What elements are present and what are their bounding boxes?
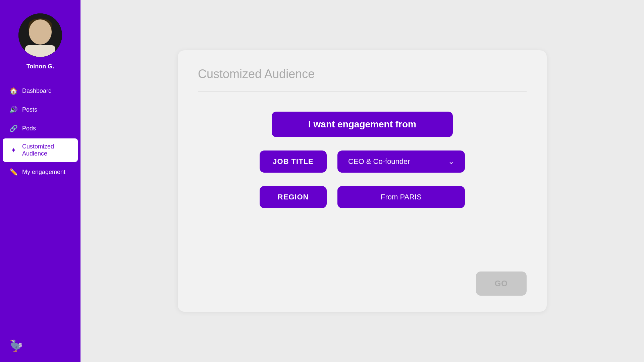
user-name: Toinon G. (26, 63, 54, 70)
region-value-button[interactable]: From PARIS (337, 186, 465, 208)
main-section: I want engagement from JOB TITLE CEO & C… (198, 112, 527, 208)
sidebar-item-my-engagement[interactable]: ✏️ My engagement (0, 163, 80, 181)
job-title-value-button[interactable]: CEO & Co-founder ⌄ (337, 150, 465, 173)
sidebar-nav: 🏠 Dashboard 🔊 Posts 🔗 Pods ✦ CustomizedA… (0, 82, 80, 181)
divider (198, 91, 527, 92)
sidebar-item-customized-audience[interactable]: ✦ CustomizedAudience (3, 138, 78, 162)
chevron-down-icon: ⌄ (448, 157, 454, 166)
main-card: Customized Audience I want engagement fr… (178, 50, 547, 312)
sidebar-item-pods[interactable]: 🔗 Pods (0, 120, 80, 137)
sidebar-item-label: Dashboard (22, 87, 52, 95)
ostrich-icon: 🦤 (9, 340, 23, 352)
job-title-row: JOB TITLE CEO & Co-founder ⌄ (260, 150, 465, 173)
job-title-value-text: CEO & Co-founder (348, 157, 410, 166)
sidebar-item-label: Posts (22, 106, 37, 113)
region-value-text: From PARIS (381, 193, 422, 201)
sidebar-item-dashboard[interactable]: 🏠 Dashboard (0, 82, 80, 100)
sidebar-item-label: My engagement (22, 169, 65, 176)
customized-audience-icon: ✦ (9, 146, 17, 154)
main-content: Customized Audience I want engagement fr… (80, 0, 644, 362)
pods-icon: 🔗 (9, 124, 17, 132)
my-engagement-icon: ✏️ (9, 168, 17, 176)
go-button[interactable]: GO (476, 272, 527, 296)
posts-icon: 🔊 (9, 106, 17, 114)
sidebar-item-posts[interactable]: 🔊 Posts (0, 101, 80, 118)
engagement-button[interactable]: I want engagement from (272, 112, 453, 137)
sidebar-logo: 🦤 (9, 339, 23, 352)
region-label-button[interactable]: REGION (260, 186, 327, 208)
job-title-label-button[interactable]: JOB TITLE (260, 150, 327, 173)
sidebar-item-label: Pods (22, 125, 36, 132)
region-row: REGION From PARIS (260, 186, 465, 208)
avatar (18, 13, 62, 57)
sidebar-item-label: CustomizedAudience (22, 143, 54, 157)
dashboard-icon: 🏠 (9, 87, 17, 95)
page-title: Customized Audience (198, 67, 527, 81)
sidebar: Toinon G. 🏠 Dashboard 🔊 Posts 🔗 Pods ✦ C… (0, 0, 80, 362)
